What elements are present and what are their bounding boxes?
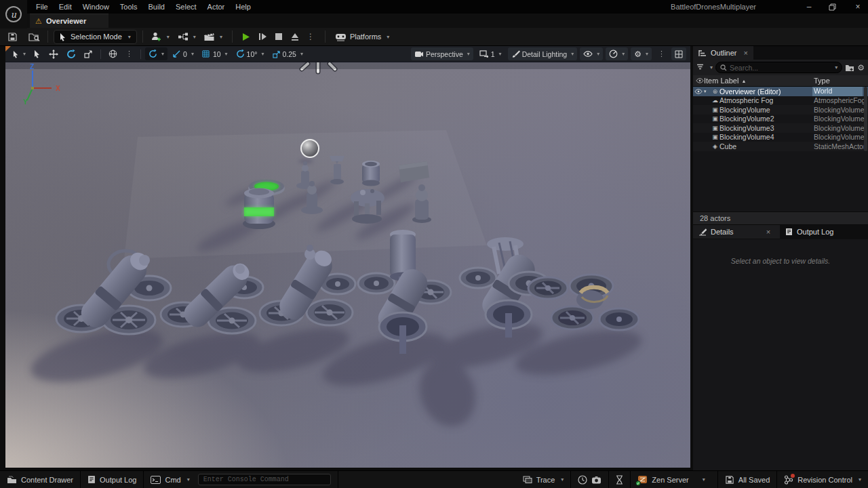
all-saved-button[interactable]: All Saved [718, 471, 777, 488]
outliner-row-blockingvolume2[interactable]: ▣ BlockingVolume2 BlockingVolume [693, 115, 868, 124]
output-log-button[interactable]: Output Log [81, 471, 144, 488]
add-actor-icon[interactable] [149, 29, 165, 44]
menu-tools[interactable]: Tools [115, 1, 143, 13]
menu-edit[interactable]: Edit [54, 1, 77, 13]
cinematics-icon[interactable] [201, 29, 218, 44]
world-coordinate-button[interactable] [105, 47, 121, 60]
chevron-down-icon[interactable]: ▾ [193, 34, 196, 40]
launch-button[interactable] [287, 29, 303, 44]
menu-window[interactable]: Window [77, 1, 115, 13]
menu-select[interactable]: Select [170, 1, 202, 13]
camera-icon [414, 51, 424, 58]
show-flags-dropdown[interactable]: ▾ [580, 47, 603, 60]
prop-open-cylinder[interactable] [362, 161, 380, 186]
viewport-settings-dropdown[interactable]: ⚙ ▾ [631, 47, 652, 60]
tab-output-log[interactable]: Output Log [780, 225, 839, 239]
selection-mode-dropdown[interactable]: Selection Mode ▾ [54, 30, 137, 44]
drone-mesh-6[interactable] [528, 274, 639, 330]
minimize-button[interactable]: – [804, 2, 814, 12]
scale-snap-dropdown[interactable]: 0.25 ▾ [269, 47, 307, 60]
maximize-viewport-button[interactable] [671, 47, 686, 60]
select-tool-button[interactable] [31, 47, 44, 60]
play-options-dots-icon[interactable]: ⋮ [303, 32, 318, 41]
camera-speed-dropdown[interactable]: 1 ▾ [476, 47, 505, 60]
outliner-row-overviewer[interactable]: ▾ ⊕ Overviewer (Editor) World [693, 87, 868, 96]
menu-file[interactable]: File [31, 1, 54, 13]
outliner-search-input[interactable] [730, 64, 830, 72]
move-tool-button[interactable] [45, 47, 62, 60]
prop-cage[interactable] [351, 189, 384, 224]
content-browser-icon[interactable] [26, 29, 42, 44]
chevron-down-icon[interactable]: ▾ [167, 34, 170, 40]
outliner-search-box[interactable]: ▾ [715, 62, 842, 73]
outliner-row-blockingvolume3[interactable]: ▣ BlockingVolume3 BlockingVolume [693, 123, 868, 133]
surface-snap-dropdown[interactable]: ▾ [145, 47, 167, 60]
create-folder-icon[interactable] [845, 64, 854, 72]
view-mode-dropdown[interactable]: Detail Lighting ▾ [508, 47, 578, 60]
viewport-options-dropdown[interactable]: ▾ [9, 47, 29, 60]
revision-control-dropdown[interactable]: Revision Control ▾ [777, 471, 868, 488]
insights-segment[interactable] [609, 471, 631, 488]
restore-button[interactable] [829, 3, 838, 11]
drone-mesh-2[interactable] [161, 258, 263, 333]
drone-mesh-3[interactable] [260, 245, 355, 325]
console-command-input[interactable] [198, 474, 331, 485]
viewport-more-dots-icon[interactable]: ⋮ [654, 49, 669, 58]
outliner-scrollbar[interactable] [864, 87, 867, 151]
content-drawer-button[interactable]: Content Drawer [0, 471, 81, 488]
rotate-tool-button[interactable] [63, 47, 79, 60]
main-toolbar: Selection Mode ▾ ▾ ▾ ▾ ⋮ Platforms ▾ [0, 28, 868, 46]
prop-barrel[interactable] [243, 188, 275, 230]
outliner-row-cube[interactable]: ◈ Cube StaticMeshActor [693, 142, 868, 151]
close-button[interactable]: × [853, 2, 863, 12]
stop-button[interactable] [271, 29, 287, 44]
screenshot-camera-icon[interactable] [591, 476, 601, 484]
play-button[interactable] [238, 29, 254, 44]
cmd-dropdown[interactable]: Cmd ▾ [144, 471, 196, 488]
performance-dropdown[interactable]: ▾ [606, 47, 628, 60]
menu-help[interactable]: Help [230, 1, 256, 13]
tab-overviewer-level[interactable]: ⚠ Overviewer [30, 14, 108, 28]
close-icon[interactable]: × [766, 228, 770, 236]
chevron-down-icon[interactable]: ▾ [220, 34, 222, 40]
snap-offset-dropdown[interactable]: 0 ▾ [169, 47, 197, 60]
perspective-dropdown[interactable]: Perspective ▾ [411, 47, 473, 60]
drone-mesh-1[interactable] [56, 246, 171, 334]
column-item-label[interactable]: Item Label [704, 77, 738, 85]
menu-actor[interactable]: Actor [202, 1, 231, 13]
level-viewport[interactable]: ▾ ⋮ ▾ 0 ▾ 10 ▾ [5, 46, 690, 468]
grid-snap-dropdown[interactable]: 10 ▾ [199, 47, 231, 60]
platforms-dropdown[interactable]: Platforms ▾ [331, 33, 393, 41]
chevron-down-icon: ▾ [646, 51, 648, 57]
eye-icon[interactable] [696, 78, 704, 83]
tab-outliner[interactable]: Outliner × [693, 46, 753, 60]
expand-arrow-icon[interactable]: ▾ [704, 89, 711, 94]
blueprints-icon[interactable] [175, 29, 191, 44]
outliner-row-blockingvolume4[interactable]: ▣ BlockingVolume4 BlockingVolume [693, 133, 868, 142]
eye-icon[interactable] [694, 89, 703, 94]
outliner-row-atmospheric-fog[interactable]: ☁ Atmospheric Fog AtmosphericFog [693, 96, 868, 106]
session-clock-icon[interactable] [578, 475, 587, 485]
trace-dropdown[interactable]: Trace ▾ [516, 471, 572, 488]
tab-details[interactable]: Details × [693, 225, 780, 239]
chevron-down-icon[interactable]: ▾ [710, 64, 713, 70]
rotation-snap-dropdown[interactable]: 10° ▾ [233, 47, 268, 60]
frame-skip-button[interactable] [254, 29, 271, 44]
unreal-logo[interactable]: u [0, 0, 27, 28]
outliner-column-header[interactable]: Item Label ▲ Type [693, 75, 868, 87]
row-type: World [812, 87, 863, 96]
outliner-settings-gear-icon[interactable]: ⚙ [857, 63, 865, 73]
viewport-dots-icon[interactable]: ⋮ [122, 49, 136, 58]
save-icon[interactable] [4, 29, 20, 44]
zen-server-dropdown[interactable]: ✓ Zen Server ▾ [631, 471, 717, 488]
filter-icon[interactable] [696, 64, 705, 71]
outliner-row-blockingvolume[interactable]: ▣ BlockingVolume BlockingVolume [693, 105, 868, 115]
column-type[interactable]: Type [814, 77, 830, 85]
close-icon[interactable]: × [744, 49, 748, 57]
chevron-down-icon: ▾ [128, 34, 131, 40]
chevron-down-icon[interactable]: ▾ [835, 64, 837, 70]
details-empty-message: Select an object to view details. [731, 257, 831, 479]
menu-build[interactable]: Build [143, 1, 170, 13]
scale-tool-button[interactable] [81, 47, 96, 60]
viewport-canvas[interactable]: Z X Y [5, 62, 690, 468]
